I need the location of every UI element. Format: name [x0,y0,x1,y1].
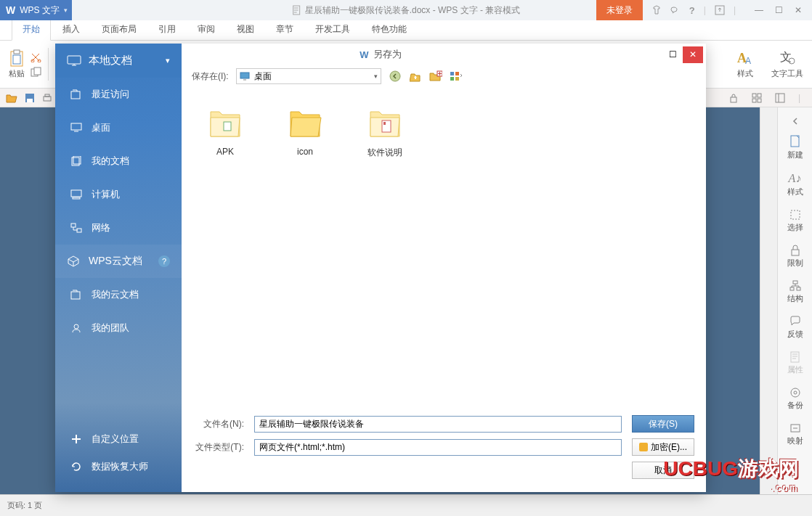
open-icon[interactable] [6,93,17,103]
cut-icon[interactable] [31,52,42,62]
tab-label: 章节 [276,24,293,34]
location-dropdown[interactable]: 桌面 ▾ [236,68,381,84]
wechat-icon[interactable] [670,5,681,15]
right-tool-new[interactable]: 新建 [778,129,812,166]
right-tool-style[interactable]: A♪ 样式 [778,166,812,203]
svg-rect-3 [14,50,20,54]
panel-toggle[interactable] [778,113,812,129]
up-button[interactable] [409,70,422,83]
tab-start[interactable]: 开始 [12,17,51,41]
mapping-icon [789,422,801,434]
svg-rect-15 [44,97,51,101]
layout-icon[interactable] [775,93,785,103]
login-button[interactable]: 未登录 [596,0,643,20]
print-icon[interactable] [42,93,52,103]
filetype-select[interactable] [254,439,622,456]
sidebar-data-recovery[interactable]: 数据恢复大师 [55,453,182,480]
maximize-button[interactable]: ☐ [775,5,783,15]
window-controls: — ☐ ✕ [744,5,812,15]
dialog-close[interactable]: ✕ [683,46,703,63]
svg-rect-16 [45,94,49,97]
encrypt-button[interactable]: 加密(E)... [632,438,694,456]
title-bar: W WPS 文字 ▾ 星辰辅助一键极限传说装备.docx - WPS 文字 - … [0,0,812,20]
file-label: icon [297,147,313,157]
sidebar-item-clouddocs[interactable]: 我的云文档 [55,278,182,311]
wps-logo-icon: W [6,4,15,16]
tab-features[interactable]: 特色功能 [362,19,417,40]
right-tool-select[interactable]: 选择 [778,203,812,239]
right-tool-feedback[interactable]: 反馈 [778,310,812,345]
dialog-maximize[interactable]: ☐ [662,46,683,63]
sidebar-local-header[interactable]: 本地文档 ▾ [55,44,182,78]
svg-rect-21 [758,99,761,102]
right-tool-restrict[interactable]: 限制 [778,239,812,274]
cut-copy-group [28,44,45,85]
chevron-down-icon [790,462,800,472]
sidebar-item-mydocs[interactable]: 我的文档 [55,144,182,178]
back-button[interactable] [389,70,402,83]
grid-icon[interactable] [752,93,762,103]
file-item-apk[interactable]: APK [196,102,254,157]
sidebar-item-recent[interactable]: 最近访问 [55,78,182,111]
save-button[interactable]: 保存(S) [632,415,694,433]
app-menu-button[interactable]: W WPS 文字 ▾ [0,0,72,20]
sidebar-item-network[interactable]: 网络 [55,211,182,245]
upload-icon[interactable] [715,5,725,15]
team-icon [70,322,83,334]
save-icon[interactable] [25,93,35,103]
sidebar-item-label: 最近访问 [92,88,129,101]
svg-rect-36 [71,123,81,130]
right-tool-backup[interactable]: 备份 [778,381,812,417]
sidebar-custom-location[interactable]: 自定义位置 [55,425,182,453]
style-button[interactable]: AA 样式 [736,49,754,79]
filetype-row: 文件类型(T): 加密(E)... [193,438,694,456]
sidebar-item-team[interactable]: 我的团队 [55,311,182,345]
cancel-button[interactable]: 取消 [632,462,694,479]
tab-layout[interactable]: 页面布局 [92,19,147,40]
right-tool-mapping[interactable]: 映射 [778,417,812,452]
right-tool-properties[interactable]: 属性 [778,345,812,381]
tab-devtools[interactable]: 开发工具 [305,19,360,40]
svg-rect-18 [752,94,756,97]
page-info-label: 页码: 1 页 [7,500,42,511]
vertical-scrollbar[interactable] [760,107,777,494]
right-tool-collapse[interactable] [778,456,812,494]
text-tools-label: 文字工具 [771,68,803,79]
help-icon[interactable]: ? [158,255,170,267]
help-icon[interactable]: ? [689,5,695,16]
filename-label: 文件名(N): [193,418,244,430]
file-item-icon[interactable]: icon [276,102,334,157]
chevron-down-icon: ▾ [166,56,170,65]
dialog-window-controls: ☐ ✕ [662,46,703,63]
tab-chapter[interactable]: 章节 [266,19,304,40]
paste-button[interactable]: 粘贴 [6,44,28,85]
lock-icon[interactable] [728,93,739,103]
new-folder-button[interactable] [429,70,442,83]
view-button[interactable] [450,70,463,83]
svg-rect-51 [455,77,459,81]
right-tool-structure[interactable]: 结构 [778,274,812,310]
tab-view[interactable]: 视图 [227,19,264,40]
svg-rect-25 [791,210,800,219]
svg-rect-20 [752,99,756,102]
tab-review[interactable]: 审阅 [187,19,225,40]
sidebar-item-computer[interactable]: 计算机 [55,178,182,211]
sidebar-cloud-header[interactable]: WPS云文档 ? [55,245,182,278]
file-browser-area[interactable]: APK icon 软件说明 [182,87,706,408]
close-button[interactable]: ✕ [795,5,802,15]
svg-rect-54 [383,122,386,125]
shirt-icon[interactable] [651,5,662,15]
location-value: 桌面 [254,70,272,83]
dialog-title-text: 另存为 [373,48,402,61]
sidebar-item-desktop[interactable]: 桌面 [55,111,182,144]
minimize-button[interactable]: — [755,5,763,15]
tab-reference[interactable]: 引用 [148,19,186,40]
right-tool-label: 限制 [787,258,803,269]
file-item-readme[interactable]: 软件说明 [356,102,414,159]
sidebar-item-label: 计算机 [92,188,120,201]
copy-icon[interactable] [31,67,42,77]
tab-insert[interactable]: 插入 [52,19,90,40]
cancel-row: 取消 [193,462,694,479]
text-tools-button[interactable]: 文 文字工具 [771,49,803,79]
filename-input[interactable] [254,416,622,433]
